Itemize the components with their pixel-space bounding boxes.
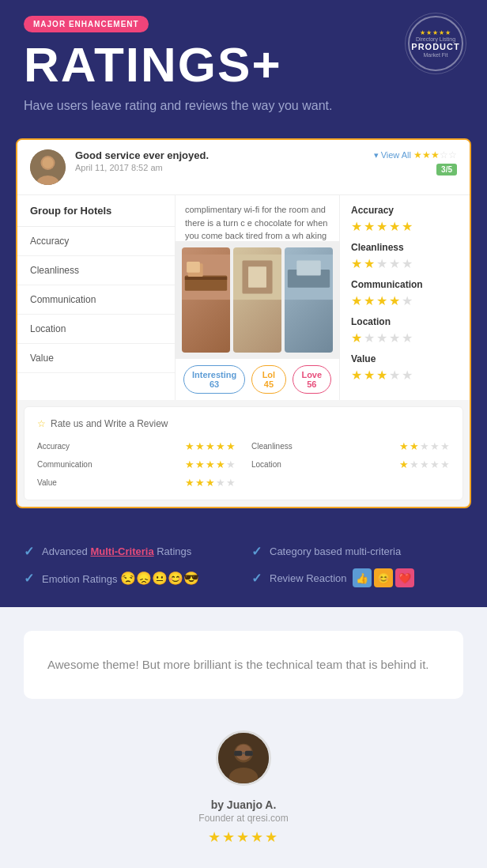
feature-text-1: Advanced Multi-Criteria Ratings [42, 545, 191, 557]
page-badge: 3/5 [436, 164, 457, 175]
star: ★ [216, 440, 225, 452]
group-item-cleanliness[interactable]: Cleanliness [17, 256, 175, 285]
rating-cleanliness: Cleanliness ★ ★ ★ ★ ★ [351, 242, 459, 271]
wr-value-stars[interactable]: ★ ★ ★ ★ ★ [185, 477, 236, 489]
svg-rect-11 [248, 267, 266, 289]
star: ★ [364, 330, 375, 345]
photo-2-svg [233, 247, 281, 307]
review-card: Good service ever enjoyed. April 11, 201… [17, 140, 470, 195]
group-item-accuracy[interactable]: Accuracy [17, 227, 175, 256]
middle-panel: complimentary wi-fi for the room and the… [176, 195, 339, 400]
features-section: ✓ Advanced Multi-Criteria Ratings ✓ Cate… [0, 524, 487, 607]
star: ★ [376, 368, 387, 383]
star: ★ [402, 219, 413, 234]
wr-value-label: Value [37, 478, 100, 487]
review-meta: Good service ever enjoyed. April 11, 201… [75, 149, 364, 172]
testimonial-author: by Juanjo A. Founder at qresi.com ★★★★★ [24, 715, 463, 846]
feature-reaction: ✓ Review Reaction 👍 😊 ❤️ [251, 568, 463, 587]
svg-rect-21 [242, 753, 245, 754]
avatar [30, 149, 66, 185]
star-empty: ★ [440, 459, 450, 470]
wr-communication-stars[interactable]: ★ ★ ★ ★ ★ [185, 459, 236, 470]
wr-accuracy-stars[interactable]: ★ ★ ★ ★ ★ [185, 440, 236, 452]
wr-cleanliness: Cleanliness ★ ★ ★ ★ ★ [251, 440, 450, 452]
star: ★ [402, 330, 413, 345]
star: ★ [351, 368, 362, 383]
product-badge: ★★★★★ Directory Listing PRODUCT Market F… [408, 16, 463, 71]
star: ★ [195, 477, 205, 489]
group-item-communication[interactable]: Communication [17, 285, 175, 315]
lol-button[interactable]: Lol 45 [251, 365, 285, 394]
rating-communication: Communication ★ ★ ★ ★ ★ [351, 279, 459, 308]
star: ★ [206, 477, 215, 489]
feature-emotion: ✓ Emotion Ratings 😒😞😐😊😎 [24, 568, 236, 587]
wr-location-stars[interactable]: ★ ★ ★ ★ ★ [399, 459, 450, 470]
testimonial-card: Awesome theme! But more brilliant is the… [24, 631, 463, 699]
major-enhancement-badge: MAJOR ENHANCEMENT [24, 16, 149, 32]
group-item-location[interactable]: Location [17, 315, 175, 344]
avatar-svg [30, 149, 66, 185]
page-subtitle: Have users leave rating and reviews the … [24, 97, 463, 115]
feature-text-4: Review Reaction 👍 😊 ❤️ [270, 568, 414, 587]
product-badge-circle: ★★★★★ Directory Listing PRODUCT Market F… [408, 16, 463, 71]
interesting-button[interactable]: Interesting 63 [183, 365, 245, 394]
communication-label: Communication [351, 279, 459, 290]
star: ★ [195, 440, 205, 452]
thumbs-up-icon: 👍 [353, 568, 372, 587]
star: ★ [376, 219, 387, 234]
star: ★ [351, 293, 362, 308]
star: ★ [364, 219, 375, 234]
check-icon: ✓ [24, 571, 34, 586]
review-title: Good service ever enjoyed. [75, 149, 364, 161]
write-review-section: ↙ ↗ ☆ Rate us and Write a Review Accurac… [24, 406, 463, 500]
wr-accuracy: Accuracy ★ ★ ★ ★ ★ [37, 440, 236, 452]
badge-market: Market Fit [423, 52, 447, 58]
star: ★ [351, 330, 362, 345]
view-all-link[interactable]: ▾ View All ★★★☆☆ [374, 149, 457, 160]
review-right: ▾ View All ★★★☆☆ 3/5 [374, 149, 457, 175]
photo-thumb-1[interactable] [182, 247, 230, 353]
testimonial-text: Awesome theme! But more brilliant is the… [47, 655, 440, 675]
love-button[interactable]: Love 56 [293, 365, 331, 394]
wr-cleanliness-stars[interactable]: ★ ★ ★ ★ ★ [399, 440, 450, 452]
star: ★ [364, 256, 375, 271]
chevron-icon: ▾ [374, 150, 379, 160]
star: ★ [402, 256, 413, 271]
check-icon: ✓ [251, 544, 262, 559]
multi-criteria-link[interactable]: Multi-Criteria [90, 545, 153, 557]
photo-thumb-3[interactable] [285, 247, 333, 353]
feature-multi-criteria: ✓ Advanced Multi-Criteria Ratings [24, 544, 236, 559]
wr-location: Location ★ ★ ★ ★ ★ [251, 459, 450, 470]
wr-value: Value ★ ★ ★ ★ ★ [37, 477, 236, 489]
wr-location-label: Location [251, 460, 315, 469]
svg-rect-7 [185, 277, 227, 281]
group-item-value[interactable]: Value [17, 344, 175, 373]
star: ★ [402, 293, 413, 308]
feature-text-2: Category based multi-criteria [270, 545, 401, 557]
feature-text-3: Emotion Ratings 😒😞😐😊😎 [42, 571, 199, 586]
header-section: MAJOR ENHANCEMENT ★★★★★ Directory Listin… [0, 0, 487, 138]
cleanliness-label: Cleanliness [351, 242, 459, 253]
svg-rect-14 [296, 261, 321, 276]
check-icon: ✓ [251, 571, 262, 586]
star: ★ [206, 459, 215, 470]
author-info: by Juanjo A. Founder at qresi.com ★★★★★ [198, 798, 288, 846]
review-stars: ★★★☆☆ [413, 149, 457, 160]
star-empty: ★ [430, 459, 440, 470]
star: ★ [402, 368, 413, 383]
review-text: complimentary wi-fi for the room and the… [185, 205, 327, 241]
photo-3-svg [285, 247, 333, 307]
view-all-text: View All [381, 150, 411, 160]
star-empty: ★ [410, 459, 419, 470]
value-stars: ★ ★ ★ ★ ★ [351, 368, 459, 383]
feature-category: ✓ Category based multi-criteria [251, 544, 463, 559]
photo-thumb-2[interactable] [233, 247, 281, 353]
badge-stars: ★★★★★ [420, 29, 451, 36]
star-empty: ★ [420, 440, 429, 452]
star: ★ [399, 440, 409, 452]
star: ★ [399, 459, 409, 470]
star: ★ [364, 293, 375, 308]
cleanliness-stars: ★ ★ ★ ★ ★ [351, 256, 459, 271]
write-review-star-icon: ☆ [37, 418, 46, 429]
review-date: April 11, 2017 8:52 am [75, 163, 364, 172]
